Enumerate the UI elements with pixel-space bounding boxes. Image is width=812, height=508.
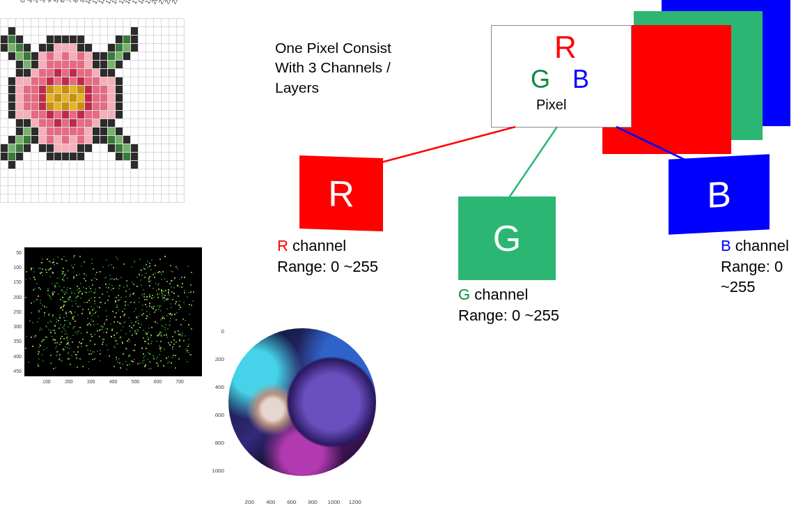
r-channel-label: R channel Range: 0 ~255 [277,236,378,277]
explanation-line-2: With 3 Channels / [275,58,435,77]
r-channel-box: R [299,155,383,231]
g-channel-range: Range: 0 ~255 [458,307,559,324]
b-channel-letter: B [707,173,731,216]
b-channel-label: B channel Range: 0 ~255 [721,236,812,298]
pixel-grid-column-labels: 01234567891011121314151617181920212223 [21,0,180,7]
g-channel-name: G [458,286,470,303]
scatter-plot: 50100150200250300350400450 1002003004005… [0,244,205,390]
pixel-art-flower: 01234567891011121314151617181920212223 [0,0,185,226]
circular-image-content [228,328,376,476]
b-channel-box: B [669,154,770,235]
scatter-dots [24,247,202,376]
circular-image-plot: 0200400600800100020040060080010001200 [209,324,380,505]
scatter-plot-area [24,247,202,376]
g-channel-box: G [458,197,556,280]
g-channel-label: G channel Range: 0 ~255 [458,284,559,325]
b-channel-name: B [721,237,731,254]
explanation-line-1: One Pixel Consist [275,38,435,58]
g-channel-letter: G [493,217,521,259]
pixel-box-b: B [572,65,589,94]
scatter-y-ticks: 50100150200250300350400450 [0,247,23,376]
rgb-layer-stack: R G B Pixel [505,0,811,160]
pixel-box-g: G [531,65,550,94]
pixel-box-r: R [554,30,577,65]
svg-line-0 [376,127,515,164]
r-channel-name: R [277,237,288,254]
b-channel-suffix: channel [731,237,789,254]
pixel-art-grid [0,18,185,203]
b-channel-range: Range: 0 ~255 [721,258,783,296]
explanation-text: One Pixel Consist With 3 Channels / Laye… [275,38,435,98]
scatter-x-ticks: 100200300400500600700 [24,379,202,389]
pixel-box: R G B Pixel [491,25,632,128]
pixel-box-label: Pixel [536,97,566,113]
r-channel-suffix: channel [288,237,346,254]
r-channel-range: Range: 0 ~255 [277,258,378,275]
explanation-line-3: Layers [275,78,435,98]
g-channel-suffix: channel [470,286,528,303]
r-channel-letter: R [328,172,354,215]
